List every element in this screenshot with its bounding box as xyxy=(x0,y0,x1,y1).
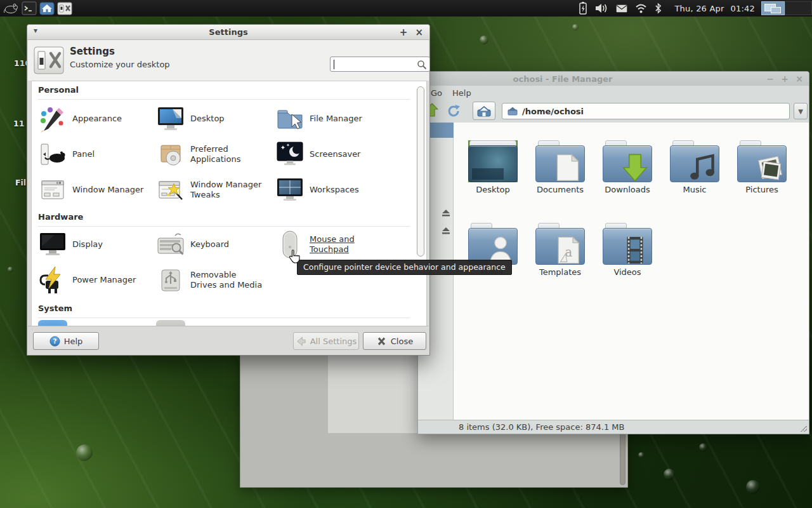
water-droplet xyxy=(699,443,707,451)
water-droplet xyxy=(664,469,675,480)
file-manager-launcher-icon[interactable] xyxy=(39,1,55,15)
bluetooth-icon[interactable] xyxy=(655,3,662,14)
file-manager-window: ochosi - File Manager − + × GoHelp /home… xyxy=(417,71,809,434)
workspace-2[interactable] xyxy=(785,1,812,15)
path-text: /home/ochosi xyxy=(522,107,584,116)
settings-tile-removable-drives-and-media[interactable]: Removable Drives and Media xyxy=(156,264,269,296)
all-settings-button[interactable]: All Settings xyxy=(293,332,359,350)
close-button[interactable]: × xyxy=(415,27,423,38)
search-input[interactable] xyxy=(334,58,414,70)
header-subtitle: Customize your desktop xyxy=(70,60,170,69)
settings-tile-panel[interactable]: Panel xyxy=(38,138,151,170)
settings-tile-desktop[interactable]: Desktop xyxy=(156,103,269,135)
fm-titlebar[interactable]: ochosi - File Manager − + × xyxy=(418,72,809,86)
settings-tile-display[interactable]: Display xyxy=(38,229,151,260)
menu-go[interactable]: Go xyxy=(431,88,442,98)
window-manager-tweaks-icon xyxy=(156,175,185,204)
home-button[interactable] xyxy=(473,102,495,120)
power-manager-icon xyxy=(38,265,67,295)
all-settings-label: All Settings xyxy=(310,337,357,346)
path-bar[interactable]: /home/ochosi xyxy=(502,103,790,119)
header-title: Settings xyxy=(70,46,115,57)
battery-icon[interactable] xyxy=(579,2,587,15)
close-button[interactable]: Close xyxy=(363,332,426,350)
settings-tile-preferred-applications[interactable]: Preferred Applications xyxy=(156,138,269,170)
hand-cursor xyxy=(287,249,302,264)
emblem-pictures-icon xyxy=(755,150,784,182)
clock-time: 01:42 xyxy=(731,4,755,13)
settings-tile-file-manager[interactable]: File Manager xyxy=(275,103,388,135)
settings-tile-keyboard[interactable]: Keyboard xyxy=(156,229,269,260)
close-button[interactable]: × xyxy=(795,74,804,84)
folder-downloads[interactable]: Downloads xyxy=(597,140,658,194)
workspaces-icon xyxy=(275,175,304,204)
volume-icon[interactable] xyxy=(594,3,608,13)
settings-tile-appearance[interactable]: Appearance xyxy=(38,103,151,135)
eject-icon[interactable] xyxy=(441,208,451,217)
folder-icon-pictures xyxy=(737,140,787,182)
folder-templates[interactable]: aTemplates xyxy=(530,223,591,277)
terminal-icon[interactable] xyxy=(21,1,37,15)
tile-label: Workspaces xyxy=(310,185,359,195)
settings-tile-window-manager[interactable]: Window Manager xyxy=(38,174,151,206)
water-droplet xyxy=(8,267,13,272)
panel-tray-icons xyxy=(575,2,665,15)
back-arrow-icon xyxy=(296,336,306,347)
reload-icon[interactable] xyxy=(446,104,461,119)
help-button[interactable]: ? Help xyxy=(33,332,99,350)
workspace-switcher[interactable] xyxy=(761,1,812,15)
keyboard-icon xyxy=(156,230,185,259)
close-x-icon xyxy=(376,336,387,347)
eject-icon[interactable] xyxy=(441,225,451,234)
shade-arrow-icon[interactable]: ▾ xyxy=(34,26,37,35)
settings-launcher-icon[interactable] xyxy=(56,1,73,15)
desktop-icon-label[interactable]: Fil xyxy=(15,178,26,187)
workspace-1[interactable] xyxy=(761,1,785,15)
folder-pictures[interactable]: Pictures xyxy=(731,140,792,194)
svg-text:?: ? xyxy=(53,337,56,345)
xfce-rat-icon[interactable] xyxy=(3,1,20,15)
folder-icon-documents xyxy=(535,140,585,182)
desktop-icon xyxy=(156,104,185,133)
settings-tile-screensaver[interactable]: Screensaver xyxy=(275,138,388,170)
tile-label: Display xyxy=(72,239,103,250)
emblem-downloads-icon xyxy=(620,150,650,182)
mail-icon[interactable] xyxy=(616,4,627,13)
path-dropdown-button[interactable]: ▼ xyxy=(794,103,808,119)
status-text: 8 items (32.0 KB), Free space: 874.1 MB xyxy=(459,422,624,432)
tile-label: File Manager xyxy=(310,114,362,124)
folder-icon-downloads xyxy=(603,140,652,182)
window-manager-icon xyxy=(38,175,67,204)
water-droplet xyxy=(746,480,760,494)
maximize-button[interactable]: + xyxy=(780,74,789,84)
search-icon xyxy=(417,60,427,70)
folder-music[interactable]: Music xyxy=(664,140,725,194)
settings-header: Settings Customize your desktop xyxy=(28,40,429,81)
settings-titlebar[interactable]: ▾ Settings + × xyxy=(27,25,429,40)
preferred-applications-icon xyxy=(156,140,185,169)
folder-icon-templates: a xyxy=(535,223,585,265)
top-panel: Thu, 26 Apr01:42 xyxy=(0,0,812,17)
settings-scrollbar[interactable] xyxy=(417,86,424,257)
folder-documents[interactable]: Documents xyxy=(530,140,591,194)
settings-tile-power-manager[interactable]: Power Manager xyxy=(38,264,151,296)
folder-label: Downloads xyxy=(597,185,658,194)
water-droplet xyxy=(76,444,93,461)
menu-help[interactable]: Help xyxy=(452,88,471,98)
settings-window-title: Settings xyxy=(209,27,247,37)
settings-app-icon xyxy=(34,46,64,74)
folder-label: Documents xyxy=(530,185,591,194)
wifi-icon[interactable] xyxy=(635,3,647,13)
folder-label: Music xyxy=(664,185,725,194)
minimize-button[interactable]: − xyxy=(766,74,775,84)
resize-grip[interactable] xyxy=(801,425,807,432)
folder-desktop[interactable]: Desktop xyxy=(462,140,523,194)
search-field[interactable] xyxy=(330,57,430,72)
folder-icon-public xyxy=(468,223,518,265)
emblem-videos-icon xyxy=(620,233,650,265)
settings-tile-window-manager-tweaks[interactable]: Window Manager Tweaks xyxy=(156,174,269,206)
section-separator xyxy=(38,226,410,227)
settings-tile-workspaces[interactable]: Workspaces xyxy=(275,174,388,206)
maximize-button[interactable]: + xyxy=(400,27,408,38)
folder-videos[interactable]: Videos xyxy=(597,223,658,277)
